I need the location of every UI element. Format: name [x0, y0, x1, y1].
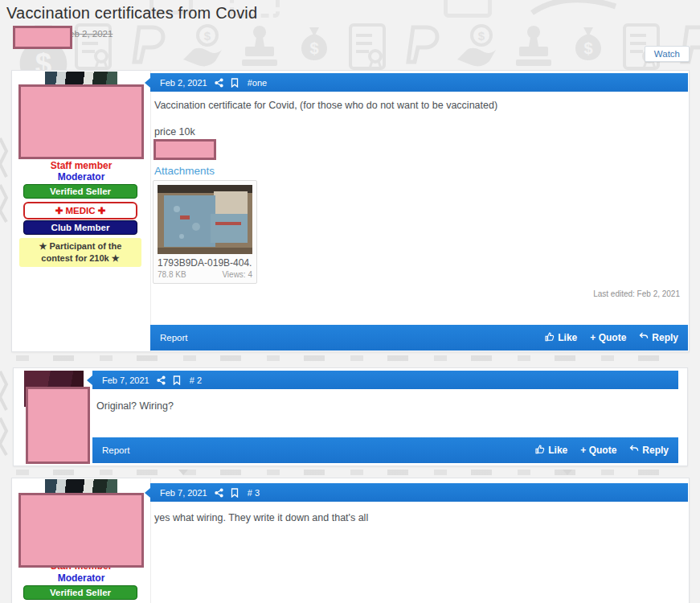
badge-verified-seller: Verified Seller — [23, 585, 137, 600]
bubble-arrow — [87, 375, 92, 385]
quote-label: + Quote — [580, 445, 616, 456]
quote-button[interactable]: + Quote — [590, 332, 626, 343]
attachments-heading: Attachments — [154, 165, 215, 177]
attachment-filename[interactable]: 1793B9DA-019B-404... — [158, 257, 252, 269]
watermark-swoosh-icon — [530, 0, 619, 16]
thread-date-partial: eb 2, 2021 — [69, 29, 113, 39]
like-label: Like — [558, 332, 577, 343]
post-date[interactable]: Feb 2, 2021 — [160, 78, 207, 88]
watch-button[interactable]: Watch — [645, 46, 690, 62]
post-body-line: Original? Wiring? — [96, 400, 174, 412]
post-number-link[interactable]: #one — [248, 78, 267, 88]
watermark-stamp-icon — [513, 23, 555, 72]
svg-text:$: $ — [309, 39, 318, 57]
page-title: Vaccination certificates from Covid — [6, 4, 257, 23]
bookmark-icon[interactable] — [173, 375, 181, 385]
reply-button[interactable]: Reply — [629, 445, 669, 456]
post-header-bar: Feb 7, 2021 # 2 — [92, 371, 678, 389]
divider-mark — [563, 470, 572, 475]
bookmark-icon[interactable] — [231, 78, 239, 88]
attachment-views: Views: 4 — [222, 270, 252, 279]
watermark-money-bag-icon: $ — [568, 23, 608, 72]
quote-button[interactable]: + Quote — [580, 445, 616, 456]
role-moderator: Moderator — [12, 572, 150, 584]
redaction-box-author — [13, 26, 72, 49]
reply-label: Reply — [642, 445, 669, 456]
redaction-box-username — [26, 387, 90, 464]
post-number-link[interactable]: # 3 — [248, 488, 260, 498]
post-body-line: Vaccination certificate for Covid, (for … — [154, 100, 497, 111]
redaction-box-username — [18, 84, 144, 159]
badge-verified-seller: Verified Seller — [23, 184, 137, 199]
post-2-card: Feb 7, 2021 # 2 Original? Wiring? Report… — [13, 367, 688, 466]
report-button[interactable]: Report — [160, 333, 188, 343]
watermark-edge-squiggle-icon — [0, 368, 10, 457]
post-3-card: Staff member Moderator Verified Seller F… — [11, 478, 690, 603]
last-edited-note: Last edited: Feb 2, 2021 — [593, 289, 680, 298]
watermark-edge-squiggle-icon — [0, 135, 10, 224]
share-icon[interactable] — [157, 375, 166, 385]
watermark-stamp-icon — [239, 23, 280, 72]
post-1-card: Staff member Moderator Verified Seller ✚… — [11, 70, 690, 352]
reply-label: Reply — [652, 332, 678, 343]
like-button[interactable]: Like — [535, 445, 567, 457]
post-body-line: yes what wiring. They write it down and … — [154, 512, 368, 523]
divider-mark — [178, 470, 188, 475]
watermark-paypal-icon — [128, 23, 166, 72]
share-icon[interactable] — [215, 78, 223, 88]
like-button[interactable]: Like — [545, 332, 577, 344]
forum-thread-page: $ $ $ $ $ Vaccination certificates from … — [0, 0, 700, 603]
report-button[interactable]: Report — [102, 445, 130, 455]
share-icon[interactable] — [215, 488, 223, 498]
quote-label: + Quote — [590, 332, 626, 343]
reply-arrow-icon — [639, 332, 649, 343]
post-header-bar: Feb 7, 2021 # 3 — [150, 483, 688, 502]
bookmark-icon[interactable] — [231, 488, 239, 498]
role-moderator: Moderator — [12, 171, 150, 183]
like-label: Like — [548, 445, 567, 456]
thumb-up-icon — [535, 445, 545, 457]
post-date[interactable]: Feb 7, 2021 — [160, 488, 207, 498]
post-number-link[interactable]: # 2 — [190, 375, 202, 385]
post-footer-bar: Report Like + Quote Reply — [92, 437, 678, 463]
bubble-arrow — [145, 78, 150, 88]
sidebar-divider — [150, 71, 151, 351]
divider-dashes — [16, 355, 682, 361]
watermark-hand-coin-icon: $ — [454, 23, 499, 72]
watermark-paypal-icon — [402, 23, 440, 72]
reply-button[interactable]: Reply — [639, 332, 678, 343]
badge-club-member: Club Member — [23, 220, 137, 235]
redaction-box-inline — [154, 139, 216, 160]
watermark-hand-coin-icon: $ — [180, 23, 225, 72]
badge-medic: ✚ MEDIC ✚ — [23, 202, 137, 219]
watermark-money-bag-icon: $ — [294, 23, 334, 72]
post-header-bar: Feb 2, 2021 #one — [150, 73, 688, 92]
badge-contest-participant: ★ Participant of the contest for 210k ★ — [19, 238, 141, 267]
role-staff-member: Staff member — [12, 160, 150, 171]
bubble-arrow — [145, 488, 150, 498]
post-footer-bar: Report Like + Quote Reply — [150, 325, 688, 351]
reply-arrow-icon — [629, 445, 639, 456]
svg-text:$: $ — [583, 39, 592, 57]
attachment-size: 78.8 KB — [158, 270, 186, 279]
thumb-up-icon — [545, 332, 555, 344]
watermark-certificate-icon — [348, 23, 388, 72]
watermark-icon-row: $ $ $ $ — [74, 23, 700, 72]
svg-text:$: $ — [204, 29, 211, 43]
divider-dashes — [16, 470, 682, 475]
attachment-item[interactable]: 1793B9DA-019B-404... 78.8 KB Views: 4 — [153, 180, 257, 284]
post-date[interactable]: Feb 7, 2021 — [102, 375, 149, 385]
watermark-stub-icon — [444, 0, 492, 18]
post-body-line: price 10k — [154, 126, 195, 137]
attachment-thumbnail[interactable] — [158, 185, 252, 254]
redaction-box-username — [18, 493, 144, 568]
svg-text:$: $ — [478, 29, 485, 43]
